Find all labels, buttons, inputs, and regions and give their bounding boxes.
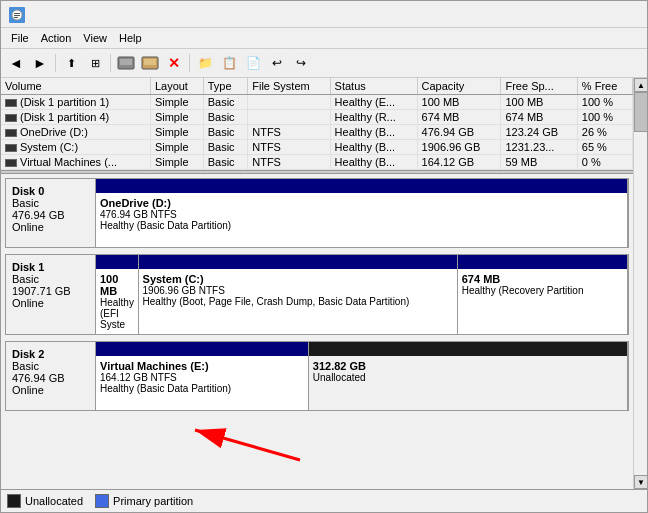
disk-partitions-0: OneDrive (D:)476.94 GB NTFSHealthy (Basi… (96, 179, 628, 247)
partition-detail1-0-0: 476.94 GB NTFS (100, 209, 623, 220)
partition-2-1[interactable]: 312.82 GBUnallocated (309, 342, 628, 410)
window: File Action View Help ◄ ► ⬆ ⊞ ✕ 📁 📋 📄 ↩ … (0, 0, 648, 513)
toolbar-undo[interactable]: ↩ (266, 52, 288, 74)
cell-volume: System (C:) (1, 140, 150, 155)
visual-disk-area: Disk 0 Basic 476.94 GB OnlineOneDrive (D… (1, 174, 633, 421)
partition-detail1-1-0: Healthy (EFI Syste (100, 297, 134, 330)
col-filesystem[interactable]: File System (248, 78, 330, 95)
cell-type: Basic (203, 95, 248, 110)
partition-body-2-1: 312.82 GBUnallocated (309, 356, 627, 410)
legend-unallocated-label: Unallocated (25, 495, 83, 507)
app-icon (9, 7, 25, 23)
toolbar-separator-2 (110, 54, 111, 72)
cell-capacity: 100 MB (417, 95, 501, 110)
table-row[interactable]: OneDrive (D:) Simple Basic NTFS Healthy … (1, 125, 633, 140)
toolbar-show-tree[interactable]: ⊞ (84, 52, 106, 74)
col-volume[interactable]: Volume (1, 78, 150, 95)
legend-primary-box (95, 494, 109, 508)
disk-partitions-1: 100 MBHealthy (EFI SysteSystem (C:)1906.… (96, 255, 628, 334)
cell-layout: Simple (150, 110, 203, 125)
partition-detail1-2-1: Unallocated (313, 372, 623, 383)
toolbar-copy[interactable]: 📋 (218, 52, 240, 74)
toolbar-redo[interactable]: ↪ (290, 52, 312, 74)
disk-partitions-2: Virtual Machines (E:)164.12 GB NTFSHealt… (96, 342, 628, 410)
menu-action[interactable]: Action (35, 30, 78, 46)
disk-name-2: Disk 2 (12, 348, 89, 360)
minimize-button[interactable] (587, 7, 603, 23)
legend-primary-label: Primary partition (113, 495, 193, 507)
svg-rect-1 (14, 13, 20, 14)
partition-2-0[interactable]: Virtual Machines (E:)164.12 GB NTFSHealt… (96, 342, 309, 410)
disk-size-0: 476.94 GB (12, 209, 89, 221)
col-free[interactable]: Free Sp... (501, 78, 577, 95)
cell-volume: (Disk 1 partition 1) (1, 95, 150, 110)
partition-body-1-1: System (C:)1906.96 GB NTFSHealthy (Boot,… (139, 269, 457, 334)
partition-header-1-1 (139, 255, 457, 269)
toolbar-disk2[interactable] (139, 52, 161, 74)
menu-help[interactable]: Help (113, 30, 148, 46)
table-row[interactable]: Virtual Machines (... Simple Basic NTFS … (1, 155, 633, 170)
partition-title-2-0: Virtual Machines (E:) (100, 360, 304, 372)
partition-1-2[interactable]: 674 MBHealthy (Recovery Partition (458, 255, 628, 334)
partition-1-1[interactable]: System (C:)1906.96 GB NTFSHealthy (Boot,… (139, 255, 458, 334)
toolbar-disk1[interactable] (115, 52, 137, 74)
scroll-down-button[interactable]: ▼ (634, 475, 647, 489)
scroll-up-button[interactable]: ▲ (634, 78, 647, 92)
disk-row-0: Disk 0 Basic 476.94 GB OnlineOneDrive (D… (5, 178, 629, 248)
svg-rect-3 (14, 17, 18, 18)
close-button[interactable] (623, 7, 639, 23)
maximize-button[interactable] (605, 7, 621, 23)
table-row[interactable]: (Disk 1 partition 4) Simple Basic Health… (1, 110, 633, 125)
cell-pct: 65 % (577, 140, 632, 155)
toolbar-folder[interactable]: 📁 (194, 52, 216, 74)
toolbar-delete[interactable]: ✕ (163, 52, 185, 74)
toolbar-back[interactable]: ◄ (5, 52, 27, 74)
partition-body-0-0: OneDrive (D:)476.94 GB NTFSHealthy (Basi… (96, 193, 627, 247)
disk-type-0: Basic (12, 197, 89, 209)
col-pct[interactable]: % Free (577, 78, 632, 95)
table-row[interactable]: (Disk 1 partition 1) Simple Basic Health… (1, 95, 633, 110)
col-capacity[interactable]: Capacity (417, 78, 501, 95)
cell-pct: 100 % (577, 95, 632, 110)
toolbar-forward[interactable]: ► (29, 52, 51, 74)
cell-free: 674 MB (501, 110, 577, 125)
disk-label-1: Disk 1 Basic 1907.71 GB Online (6, 255, 96, 334)
cell-fs (248, 95, 330, 110)
partition-detail2-0-0: Healthy (Basic Data Partition) (100, 220, 623, 231)
menu-file[interactable]: File (5, 30, 35, 46)
disk-name-1: Disk 1 (12, 261, 89, 273)
cell-volume: (Disk 1 partition 4) (1, 110, 150, 125)
toolbar-up[interactable]: ⬆ (60, 52, 82, 74)
col-status[interactable]: Status (330, 78, 417, 95)
cell-type: Basic (203, 110, 248, 125)
cell-layout: Simple (150, 125, 203, 140)
col-layout[interactable]: Layout (150, 78, 203, 95)
partition-1-0[interactable]: 100 MBHealthy (EFI Syste (96, 255, 139, 334)
svg-rect-5 (120, 59, 132, 65)
disk-row-1: Disk 1 Basic 1907.71 GB Online100 MBHeal… (5, 254, 629, 335)
disk-name-0: Disk 0 (12, 185, 89, 197)
col-type[interactable]: Type (203, 78, 248, 95)
table-row[interactable]: System (C:) Simple Basic NTFS Healthy (B… (1, 140, 633, 155)
cell-capacity: 674 MB (417, 110, 501, 125)
cell-capacity: 164.12 GB (417, 155, 501, 170)
scrollbar[interactable]: ▲ ▼ (633, 78, 647, 489)
legend-unallocated-box (7, 494, 21, 508)
partition-body-2-0: Virtual Machines (E:)164.12 GB NTFSHealt… (96, 356, 308, 410)
menu-view[interactable]: View (77, 30, 113, 46)
partition-header-2-0 (96, 342, 308, 356)
cell-free: 1231.23... (501, 140, 577, 155)
title-bar-controls[interactable] (587, 7, 639, 23)
cell-pct: 0 % (577, 155, 632, 170)
scroll-track[interactable] (634, 92, 647, 475)
cell-status: Healthy (B... (330, 140, 417, 155)
cell-status: Healthy (E... (330, 95, 417, 110)
partition-0-0[interactable]: OneDrive (D:)476.94 GB NTFSHealthy (Basi… (96, 179, 628, 247)
scroll-thumb[interactable] (634, 92, 647, 132)
partition-body-1-2: 674 MBHealthy (Recovery Partition (458, 269, 627, 334)
partition-title-1-1: System (C:) (143, 273, 453, 285)
cell-status: Healthy (R... (330, 110, 417, 125)
toolbar-paste[interactable]: 📄 (242, 52, 264, 74)
partition-title-2-1: 312.82 GB (313, 360, 623, 372)
disk-type-2: Basic (12, 360, 89, 372)
